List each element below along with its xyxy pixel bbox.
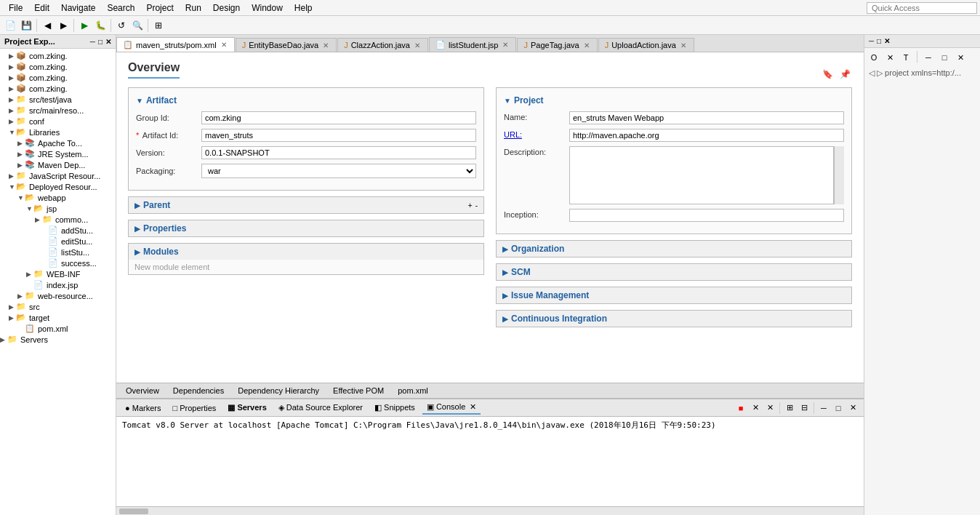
tree-toggle[interactable]: ▼	[26, 205, 33, 212]
menu-search[interactable]: Search	[101, 1, 140, 15]
packaging-select[interactable]: war jar pom	[201, 164, 476, 178]
close-icon[interactable]: ✕	[884, 37, 890, 45]
organization-header[interactable]: ▶ Organization	[497, 241, 851, 257]
tree-toggle[interactable]: ▼	[9, 129, 16, 136]
console-minimize[interactable]: ─	[817, 402, 830, 415]
bottom-tab-dependencies[interactable]: Dependencies	[166, 384, 230, 397]
tree-toggle[interactable]: ▶	[9, 314, 16, 322]
tree-item-indexjsp[interactable]: 📄 index.jsp	[0, 279, 116, 290]
properties-header[interactable]: ▶ Properties	[129, 220, 483, 236]
tree-item-deployed[interactable]: ▼ 📂 Deployed Resour...	[0, 181, 116, 192]
tab-liststudent[interactable]: 📄 listStudent.jsp ✕	[429, 37, 516, 52]
right-btn2[interactable]: ✕	[883, 51, 896, 64]
tree-toggle[interactable]: ▶	[9, 85, 16, 92]
console-bottom-scrollbar[interactable]	[116, 506, 864, 515]
tree-item-zking4[interactable]: ▶ 📦 com.zking.	[0, 83, 116, 94]
tree-item-apache[interactable]: ▶ 📚 Apache To...	[0, 137, 116, 148]
console-btn2[interactable]: ✕	[763, 402, 776, 415]
tree-item-common[interactable]: ▶ 📁 commo...	[0, 214, 116, 225]
tree-item-servers[interactable]: ▶ 📁 Servers	[0, 334, 116, 345]
tree-item-src[interactable]: ▶ 📁 src	[0, 301, 116, 312]
right-btn3[interactable]: T	[899, 51, 912, 64]
panel-close[interactable]: ✕	[105, 38, 111, 46]
tree-toggle[interactable]: ▶	[35, 216, 42, 223]
toolbar-new[interactable]: 📄	[3, 18, 17, 33]
version-input[interactable]	[201, 146, 476, 159]
right-btn4[interactable]: ─	[922, 51, 935, 64]
tree-item-srcmain[interactable]: ▶ 📁 src/main/reso...	[0, 105, 116, 116]
tab-clazzaction[interactable]: J ClazzAction.java ✕	[337, 38, 428, 52]
menu-design[interactable]: Design	[207, 1, 246, 15]
tab-pagetag-close[interactable]: ✕	[582, 41, 591, 49]
description-textarea[interactable]	[569, 146, 834, 204]
console-tab-console[interactable]: ▣ Console ✕	[422, 401, 481, 415]
overview-bookmark[interactable]: 🔖	[820, 67, 835, 81]
artifact-id-input[interactable]	[201, 129, 476, 142]
ci-header[interactable]: ▶ Continuous Integration	[497, 311, 851, 327]
bottom-tab-dep-hierarchy[interactable]: Dependency Hierarchy	[231, 384, 326, 397]
tree-item-jre[interactable]: ▶ 📚 JRE System...	[0, 148, 116, 159]
tree-item-conf[interactable]: ▶ 📁 conf	[0, 116, 116, 127]
issue-header[interactable]: ▶ Issue Management	[497, 287, 851, 303]
group-id-input[interactable]	[201, 111, 476, 124]
console-close-panel[interactable]: ✕	[846, 402, 859, 415]
tab-uploadaction-close[interactable]: ✕	[679, 41, 688, 49]
tree-toggle[interactable]: ▼	[17, 194, 25, 201]
tree-toggle[interactable]: ▶	[9, 107, 16, 114]
console-btn4[interactable]: ⊟	[798, 402, 811, 415]
tab-entitydao[interactable]: J EntityBaseDao.java ✕	[236, 38, 337, 52]
console-btn1[interactable]: ✕	[749, 402, 762, 415]
console-stop[interactable]: ■	[734, 402, 747, 415]
tree-toggle[interactable]: ▶	[9, 63, 16, 71]
toolbar-save[interactable]: 💾	[19, 18, 33, 33]
bottom-tab-effective-pom[interactable]: Effective POM	[326, 384, 390, 397]
tree-item-zking2[interactable]: ▶ 📦 com.zking.	[0, 61, 116, 72]
tree-item-zking1[interactable]: ▶ 📦 com.zking.	[0, 50, 116, 61]
tree-item-success[interactable]: 📄 success...	[0, 258, 116, 268]
toolbar-back[interactable]: ◀	[40, 18, 55, 33]
name-input[interactable]	[569, 111, 844, 124]
console-tab-servers[interactable]: ▦ Servers	[223, 402, 270, 414]
tree-item-maven[interactable]: ▶ 📚 Maven Dep...	[0, 159, 116, 170]
console-tab-datasource[interactable]: ◈ Data Source Explorer	[274, 402, 367, 414]
tree-item-liststu[interactable]: 📄 listStu...	[0, 247, 116, 258]
console-btn3[interactable]: ⊞	[783, 402, 796, 415]
tree-toggle[interactable]: ▶	[17, 292, 25, 300]
console-maximize[interactable]: □	[832, 402, 845, 415]
tree-item-webapp[interactable]: ▼ 📂 webapp	[0, 192, 116, 203]
scrollbar-thumb[interactable]	[119, 508, 148, 514]
tab-liststudent-close[interactable]: ✕	[501, 41, 510, 49]
tab-pom[interactable]: 📋 maven_struts/pom.xml ✕	[116, 37, 235, 52]
inception-input[interactable]	[569, 209, 844, 222]
bottom-tab-pom-xml[interactable]: pom.xml	[391, 384, 435, 397]
url-input[interactable]	[569, 129, 844, 142]
console-tab-snippets[interactable]: ◧ Snippets	[370, 402, 419, 414]
parent-header[interactable]: ▶ Parent + -	[129, 197, 483, 213]
overview-pin[interactable]: 📌	[838, 67, 852, 81]
tree-item-editstu[interactable]: 📄 editStu...	[0, 236, 116, 247]
tab-pom-close[interactable]: ✕	[220, 41, 228, 49]
toolbar-search[interactable]: 🔍	[130, 18, 145, 33]
quick-access-input[interactable]	[867, 2, 977, 14]
tab-pagetag[interactable]: J PageTag.java ✕	[517, 38, 597, 52]
tree-item-zking3[interactable]: ▶ 📦 com.zking.	[0, 72, 116, 83]
tree-toggle[interactable]: ▶	[17, 140, 25, 147]
tree-toggle[interactable]: ▶	[0, 336, 7, 343]
tree-item-libraries[interactable]: ▼ 📂 Libraries	[0, 127, 116, 137]
tree-toggle[interactable]: ▶	[17, 151, 25, 158]
menu-file[interactable]: File	[3, 1, 28, 15]
tree-toggle[interactable]: ▶	[9, 96, 16, 103]
tree-toggle[interactable]: ▶	[9, 172, 16, 180]
description-scrollbar[interactable]	[834, 146, 844, 204]
tree-item-jsp[interactable]: ▼ 📂 jsp	[0, 203, 116, 214]
menu-window[interactable]: Window	[246, 1, 289, 15]
modules-header[interactable]: ▶ Modules	[129, 244, 483, 260]
console-tab-markers[interactable]: ● Markers	[121, 402, 165, 414]
right-btn6[interactable]: ✕	[954, 51, 967, 64]
tree-item-webresource[interactable]: ▶ 📁 web-resource...	[0, 290, 116, 301]
tab-uploadaction[interactable]: J UploadAction.java ✕	[598, 38, 694, 52]
menu-run[interactable]: Run	[180, 1, 207, 15]
tree-item-target[interactable]: ▶ 📂 target	[0, 312, 116, 323]
tab-entitydao-close[interactable]: ✕	[321, 41, 330, 49]
panel-maximize[interactable]: □	[98, 38, 103, 46]
